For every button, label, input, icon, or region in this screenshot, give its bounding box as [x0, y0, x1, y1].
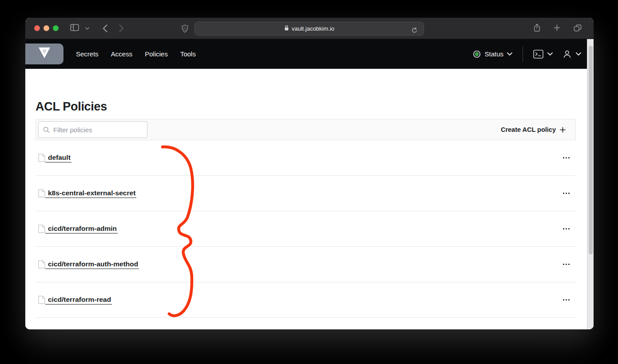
- policy-row-menu-button[interactable]: [561, 190, 572, 197]
- nav-divider: [523, 47, 523, 62]
- file-icon: [38, 296, 45, 304]
- chevron-down-icon: [576, 52, 581, 55]
- ellipsis-icon: [563, 157, 565, 159]
- plus-icon: [560, 127, 566, 133]
- address-bar[interactable]: vault.jacobkim.io: [194, 22, 424, 36]
- policy-row: cicd/terraform-auth-method: [36, 247, 576, 282]
- policy-link[interactable]: cicd/terraform-read: [38, 296, 112, 305]
- ellipsis-icon: [563, 193, 565, 194]
- policy-name: k8s-central-external-secret: [45, 189, 136, 198]
- file-icon: [38, 260, 45, 269]
- policy-row: k8s-central-external-secret: [36, 176, 576, 211]
- privacy-shield-icon[interactable]: [180, 23, 190, 35]
- acl-policies-page: ACL Policies Create ACL policy: [25, 69, 594, 329]
- policy-row-menu-button[interactable]: [561, 226, 572, 233]
- status-seal-icon: [473, 50, 481, 58]
- policy-link[interactable]: cicd/terraform-admin: [38, 225, 118, 233]
- user-menu[interactable]: [563, 50, 581, 59]
- terminal-icon: [533, 50, 543, 59]
- nav-link[interactable]: Secrets: [76, 50, 99, 58]
- policy-row-menu-button[interactable]: [561, 297, 572, 304]
- nav-link[interactable]: Access: [111, 50, 132, 58]
- address-url: vault.jacobkim.io: [292, 25, 334, 32]
- policy-link[interactable]: cicd/terraform-auth-method: [38, 260, 139, 269]
- policy-list: default k8s-cent: [36, 140, 576, 318]
- sidebar-icon: [70, 24, 79, 32]
- page-title: ACL Policies: [36, 100, 107, 114]
- file-icon: [38, 225, 45, 233]
- policy-row-menu-button[interactable]: [561, 154, 572, 162]
- sidebar-toggle-button[interactable]: [68, 22, 81, 34]
- browser-window: vault.jacobkim.io: [25, 18, 594, 329]
- status-menu[interactable]: Status: [473, 50, 512, 58]
- back-button[interactable]: [101, 23, 109, 34]
- chevron-down-icon: [507, 52, 512, 55]
- vault-logo-icon: [38, 47, 51, 60]
- scrollbar-thumb[interactable]: [589, 46, 593, 254]
- plus-icon: [554, 24, 560, 32]
- create-acl-policy-button[interactable]: Create ACL policy: [501, 126, 566, 133]
- console-menu[interactable]: [533, 50, 553, 59]
- chevron-down-icon: [85, 27, 89, 30]
- create-acl-policy-label: Create ACL policy: [501, 126, 556, 133]
- share-icon: [533, 23, 541, 34]
- close-window-button[interactable]: [34, 25, 40, 31]
- vault-nav: Secrets Access Policies Tools: [25, 39, 594, 69]
- person-icon: [563, 50, 572, 59]
- minimize-window-button[interactable]: [44, 25, 49, 31]
- file-icon: [38, 189, 45, 198]
- policy-name: cicd/terraform-auth-method: [45, 260, 139, 269]
- filter-field: [38, 121, 147, 138]
- search-icon: [43, 127, 50, 133]
- reload-button[interactable]: [409, 25, 420, 36]
- policy-link[interactable]: k8s-central-external-secret: [38, 189, 136, 198]
- policy-row: cicd/terraform-admin: [36, 211, 576, 247]
- zoom-window-button[interactable]: [53, 25, 59, 31]
- vault-logo[interactable]: [25, 44, 63, 64]
- filter-policies-input[interactable]: [53, 126, 143, 134]
- tabs-icon: [573, 24, 582, 33]
- ellipsis-icon: [563, 299, 565, 301]
- policy-name: cicd/terraform-admin: [45, 225, 118, 233]
- policy-row: default: [36, 140, 576, 176]
- forward-button[interactable]: [117, 23, 126, 34]
- policy-name: default: [45, 154, 71, 162]
- chevron-down-icon: [547, 52, 553, 55]
- policy-row-menu-button[interactable]: [561, 261, 572, 268]
- nav-link[interactable]: Policies: [145, 50, 168, 58]
- file-icon: [38, 154, 45, 162]
- browser-toolbar: vault.jacobkim.io: [25, 18, 594, 39]
- share-button[interactable]: [531, 21, 543, 36]
- nav-links: Secrets Access Policies Tools: [76, 50, 196, 58]
- policy-name: cicd/terraform-read: [45, 296, 112, 305]
- ellipsis-icon: [563, 228, 565, 230]
- policies-toolbar: Create ACL policy: [36, 119, 576, 140]
- tab-overview-button[interactable]: [571, 22, 584, 35]
- nav-link[interactable]: Tools: [180, 50, 196, 58]
- status-label: Status: [484, 50, 503, 58]
- sidebar-menu-button[interactable]: [83, 25, 91, 32]
- ellipsis-icon: [563, 264, 565, 265]
- traffic-lights: [34, 25, 59, 31]
- new-tab-button[interactable]: [552, 23, 562, 34]
- policy-link[interactable]: default: [38, 154, 71, 162]
- policy-row: cicd/terraform-read: [36, 282, 576, 318]
- lock-icon: [284, 25, 289, 32]
- page-scrollbar[interactable]: [587, 39, 594, 329]
